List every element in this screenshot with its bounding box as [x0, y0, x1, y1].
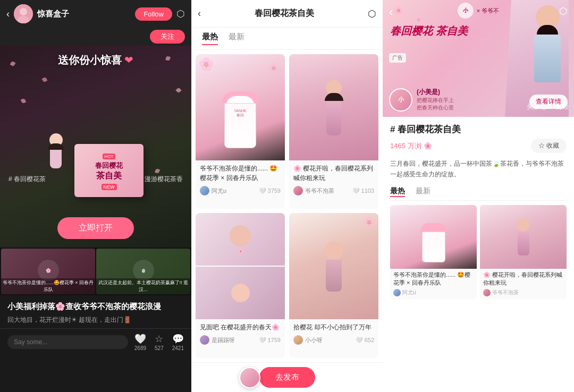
- card-3-avatar: [200, 335, 209, 345]
- collect-button[interactable]: ☆ 收藏: [531, 139, 567, 153]
- left-caption: 小美福利掉落🌸查收爷爷不泡茶的樱花浪漫 回大地目，花开烂漫时☀ 趁现在，走出门🚪: [0, 295, 191, 328]
- tab-hot[interactable]: 最热: [202, 32, 218, 45]
- mid-publish-bar: 去发布: [191, 362, 383, 392]
- mid-card-2-user: 爷爷不泡茶: [293, 186, 334, 195]
- star-action[interactable]: ☆ 527: [155, 333, 164, 351]
- right-views: 1465 万浏 🌸: [390, 141, 432, 151]
- mini-avatar-2: [483, 289, 491, 296]
- mid-card-4-footer: 小小呀 🤍 652: [293, 335, 374, 345]
- star-count: 527: [155, 345, 164, 351]
- right-mini-card-2-title: 🌸 樱花开啦，春回樱花系列喊你粗来玩: [483, 271, 563, 287]
- right-mini-card-1-user: 阿尤u: [393, 289, 474, 296]
- heart-icon-4: 🤍: [356, 337, 363, 344]
- right-mini-card-1-title: 爷爷不泡茶你是懂的...... 🤩樱花季 × 回春丹乐队: [393, 271, 474, 287]
- comment-input[interactable]: [7, 335, 128, 349]
- card-2-avatar: [293, 186, 303, 195]
- mid-card-4-user: 小小呀: [293, 335, 323, 345]
- caption-title: 小美福利掉落🌸查收爷爷不泡茶的樱花浪漫: [7, 301, 184, 313]
- mid-card-1[interactable]: 🌸 🌸 YANHE春回 爷爷不泡茶你是懂的...... 🤩樱花季 × 回春丹乐队: [196, 54, 285, 209]
- share-icon[interactable]: ⬡: [176, 8, 185, 20]
- card-2-username: 爷爷不泡茶: [305, 187, 334, 195]
- right-stats-row: 1465 万浏 🌸 ☆ 收藏: [390, 139, 567, 153]
- mid-header: ‹ 春回樱花茶自美 ⬡: [191, 0, 383, 28]
- tab-new[interactable]: 最新: [229, 32, 244, 45]
- right-tab-hot[interactable]: 最热: [390, 186, 405, 197]
- mid-card-2-title: 🌸 樱花开啦，春回樱花系列喊你粗来玩: [293, 164, 374, 183]
- mid-card-4-body: 拾樱花 却不小心拍到了万年 小小呀 🤍 652: [289, 319, 378, 349]
- right-hero: 🌸 🌸 🌸 ‹ ⬡ 小 × 爷爷不 春回樱花 茶自美 广告 小: [383, 0, 574, 117]
- mid-share-icon[interactable]: ⬡: [368, 8, 376, 20]
- mid-card-2-body: 🌸 樱花开啦，春回樱花系列喊你粗来玩 爷爷不泡茶 🤍 1103: [289, 160, 378, 200]
- right-tab-new[interactable]: 最新: [416, 186, 430, 197]
- right-mini-grid: 爷爷不泡茶你是懂的...... 🤩樱花季 × 回春丹乐队 阿尤u 🌸: [390, 205, 567, 300]
- like-action[interactable]: 🤍 2689: [134, 333, 146, 351]
- mid-card-3-footer: 是踢踢呀 🤍 1759: [200, 335, 281, 345]
- mid-card-2-footer: 爷爷不泡茶 🤍 1103: [293, 186, 374, 195]
- right-mini-card-2[interactable]: 🌸 樱花开啦，春回樱花系列喊你粗来玩 爷爷不泡茶: [480, 205, 567, 300]
- comment-icon: 💬: [172, 333, 184, 345]
- mid-card-1-user: 阿尤u: [200, 186, 226, 195]
- follow-button[interactable]: Follow: [135, 7, 172, 21]
- card-4-likes: 🤍 652: [356, 337, 374, 344]
- mid-card-1-title: 爷爷不泡茶你是懂的...... 🤩樱花季 × 回春丹乐队: [200, 164, 281, 183]
- action-icons: 🤍 2689 ☆ 527 💬 2421: [134, 333, 184, 351]
- banner-hashtags: # 春回樱花茶 漫游樱花茶香: [0, 175, 191, 184]
- left-banner: 送你份小惊喜 ❤ HOT 春回樱花茶自美 NEW: [0, 46, 191, 248]
- mini-username-2: 爷爷不泡茶: [492, 289, 519, 296]
- thumb-1-text: 爷爷不泡茶你是懂的......🤩樱花季 × 回春丹乐队: [1, 278, 95, 294]
- right-hero-title: 春回樱花 茶自美: [390, 24, 468, 38]
- right-hashtag: # 春回樱花茶自美: [390, 123, 567, 135]
- card-1-likes: 🤍 3759: [259, 188, 281, 194]
- mid-panel: ‹ 春回樱花茶自美 ⬡ 最热 最新 🌸 🌸 YANHE春回: [191, 0, 383, 392]
- card-4-avatar: [293, 335, 303, 345]
- mid-card-3[interactable]: 🌸 见面吧 在樱花盛开的春天🌸 是踢踢呀 🤍: [196, 213, 285, 358]
- mid-card-1-body: 爷爷不泡茶你是懂的...... 🤩樱花季 × 回春丹乐队 阿尤u 🤍 3759: [196, 160, 285, 200]
- mini-username-1: 阿尤u: [402, 289, 416, 296]
- mid-title: 春回樱花茶自美: [201, 8, 368, 19]
- heart-icon-3: 🤍: [259, 337, 266, 344]
- right-desc: 三月春回，樱花盛开，品一杯中国茶🍃茶花香，与爷爷不泡茶一起感受生命力的绽放。: [390, 158, 567, 180]
- left-subheader: 关注: [0, 28, 191, 46]
- right-brand-area: 小 × 爷爷不: [458, 3, 499, 19]
- mid-card-2[interactable]: 🌸 樱花开啦，春回樱花系列喊你粗来玩 爷爷不泡茶 🤍 1103: [289, 54, 378, 209]
- right-mini-card-1-body: 爷爷不泡茶你是懂的...... 🤩樱花季 × 回春丹乐队 阿尤u: [390, 269, 477, 300]
- right-panel: 🌸 🌸 🌸 ‹ ⬡ 小 × 爷爷不 春回樱花 茶自美 广告 小: [383, 0, 574, 392]
- right-tabs: 最热 最新: [390, 186, 567, 201]
- publish-button[interactable]: 去发布: [259, 367, 315, 388]
- svg-point-1: [20, 8, 27, 15]
- hashtag-left: # 春回樱花茶: [9, 175, 46, 184]
- views-count: 1465 万浏: [390, 141, 421, 151]
- right-hero-tagline1: 把樱花捧在手上: [417, 97, 454, 104]
- publish-avatar: [239, 367, 260, 388]
- mid-card-4[interactable]: 🌸 拾樱花 却不小心拍到了万年 小小呀 🤍 652: [289, 213, 378, 358]
- hashtag-right: 漫游樱花茶香: [145, 175, 183, 184]
- follow-cn-button[interactable]: 关注: [150, 30, 185, 44]
- thumb-1[interactable]: 🌸 爷爷不泡茶你是懂的......🤩樱花季 × 回春丹乐队: [1, 249, 95, 294]
- open-button[interactable]: 立即打开: [57, 217, 134, 239]
- heart-icon-1: 🤍: [259, 188, 266, 194]
- right-back-icon[interactable]: ‹: [389, 5, 393, 19]
- left-profile-name: 惊喜盒子: [37, 9, 131, 19]
- right-hero-title-area: 春回樱花 茶自美: [390, 24, 468, 38]
- mid-grid: 🌸 🌸 YANHE春回 爷爷不泡茶你是懂的...... 🤩樱花季 × 回春丹乐队: [191, 50, 383, 362]
- mid-card-4-title: 拾樱花 却不小心拍到了万年: [293, 322, 374, 332]
- card-3-likes: 🤍 1759: [259, 337, 281, 344]
- mid-card-3-title: 见面吧 在樱花盛开的春天🌸: [200, 322, 281, 332]
- watermark: 头条 @DT财经: [527, 103, 569, 112]
- card-2-likes: 🤍 1103: [352, 188, 374, 194]
- left-header: ‹ 惊喜盒子 Follow ⬡: [0, 0, 191, 28]
- card-4-username: 小小呀: [305, 336, 323, 344]
- back-icon[interactable]: ‹: [6, 8, 10, 20]
- heart-icon: 🤍: [134, 333, 146, 345]
- mid-tabs: 最热 最新: [191, 28, 383, 50]
- mid-card-3-user: 是踢踢呀: [200, 335, 235, 345]
- heart-icon-2: 🤍: [352, 188, 360, 194]
- right-mini-card-1[interactable]: 爷爷不泡茶你是懂的...... 🤩樱花季 × 回春丹乐队 阿尤u: [390, 205, 477, 300]
- right-hero-tagline2: 把春天种在心里: [417, 104, 454, 112]
- right-share-icon[interactable]: ⬡: [559, 5, 568, 17]
- comment-action[interactable]: 💬 2421: [172, 333, 184, 351]
- thumb-2[interactable]: 🍵 武汉还是太超前。本土樱花奶茶赢麻了!! 逛汉...: [96, 249, 190, 294]
- left-avatar: [14, 4, 33, 23]
- left-actions: 🤍 2689 ☆ 527 💬 2421: [0, 328, 191, 355]
- left-thumb-row: 🌸 爷爷不泡茶你是懂的......🤩樱花季 × 回春丹乐队 🍵 武汉还是太超前。…: [0, 248, 191, 295]
